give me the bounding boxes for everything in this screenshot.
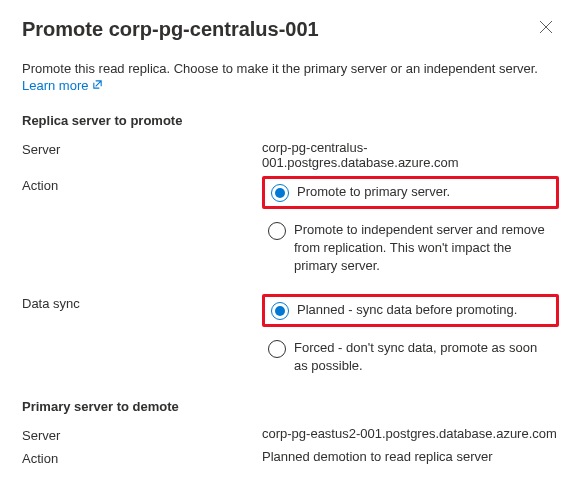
- intro-text: Promote this read replica. Choose to mak…: [22, 61, 559, 76]
- radio-promote-primary[interactable]: Promote to primary server.: [262, 176, 559, 209]
- radio-datasync-planned[interactable]: Planned - sync data before promoting.: [262, 294, 559, 327]
- replica-server-value: corp-pg-centralus-001.postgres.database.…: [262, 140, 559, 170]
- radio-label: Promote to independent server and remove…: [294, 221, 553, 276]
- radio-label: Forced - don't sync data, promote as soo…: [294, 339, 553, 375]
- datasync-label: Data sync: [22, 294, 262, 311]
- primary-action-value: Planned demotion to read replica server: [262, 449, 559, 464]
- primary-section-heading: Primary server to demote: [22, 399, 559, 414]
- radio-icon: [271, 184, 289, 202]
- primary-action-label: Action: [22, 449, 262, 466]
- replica-server-label: Server: [22, 140, 262, 157]
- replica-action-label: Action: [22, 176, 262, 193]
- learn-more-link[interactable]: Learn more: [22, 78, 103, 93]
- close-icon: [539, 20, 553, 37]
- radio-datasync-forced[interactable]: Forced - don't sync data, promote as soo…: [262, 335, 559, 379]
- external-link-icon: [92, 79, 103, 92]
- primary-server-label: Server: [22, 426, 262, 443]
- radio-promote-independent[interactable]: Promote to independent server and remove…: [262, 217, 559, 280]
- radio-icon: [268, 340, 286, 358]
- replica-section-heading: Replica server to promote: [22, 113, 559, 128]
- panel-title: Promote corp-pg-centralus-001: [22, 18, 319, 41]
- radio-icon: [268, 222, 286, 240]
- radio-label: Promote to primary server.: [297, 183, 550, 201]
- datasync-radio-group: Planned - sync data before promoting. Fo…: [262, 294, 559, 379]
- primary-server-value: corp-pg-eastus2-001.postgres.database.az…: [262, 426, 559, 441]
- close-button[interactable]: [533, 18, 559, 39]
- action-radio-group: Promote to primary server. Promote to in…: [262, 176, 559, 280]
- learn-more-label: Learn more: [22, 78, 88, 93]
- radio-label: Planned - sync data before promoting.: [297, 301, 550, 319]
- radio-icon: [271, 302, 289, 320]
